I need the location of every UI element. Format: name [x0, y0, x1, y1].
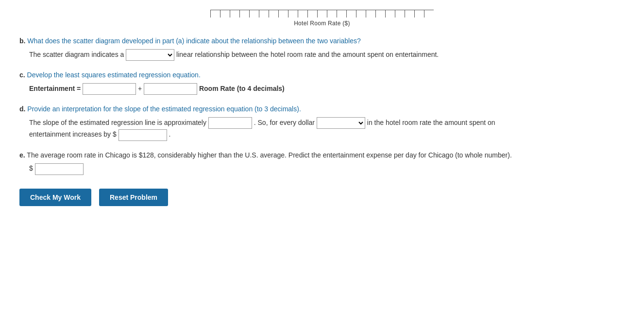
section-d-prefix: The slope of the estimated regression li…: [29, 119, 206, 126]
section-e-letter: e.: [19, 151, 25, 159]
section-d-period: .: [169, 130, 171, 138]
axis-label: Hotel Room Rate ($): [19, 20, 625, 27]
section-d-suffix: in the hotel room rate the amount spent …: [367, 119, 495, 126]
section-b-letter: b.: [19, 37, 25, 45]
section-b: b. What does the scatter diagram develop…: [19, 35, 625, 61]
section-e: e. The average room rate in Chicago is $…: [19, 150, 625, 175]
section-e-question: The average room rate in Chicago is $128…: [27, 151, 511, 159]
section-e-prediction-input[interactable]: [35, 163, 84, 175]
section-b-suffix: linear relationship between the hotel ro…: [176, 51, 439, 58]
button-row: Check My Work Reset Problem: [19, 189, 625, 206]
section-d-amount-input[interactable]: [119, 129, 167, 141]
section-b-answer: The scatter diagram indicates a positive…: [29, 49, 625, 61]
section-d-slope-value-input[interactable]: [208, 117, 252, 129]
section-e-answer: $: [29, 163, 625, 175]
section-c-label: Entertainment =: [29, 85, 81, 92]
section-e-dollar: $: [29, 164, 33, 172]
section-c-equation: Entertainment = + Room Rate (to 4 decima…: [29, 83, 625, 95]
section-c-plus: +: [138, 85, 142, 92]
check-my-work-button[interactable]: Check My Work: [19, 189, 91, 206]
section-c-question: Develop the least squares estimated regr…: [27, 71, 201, 79]
section-b-dropdown[interactable]: positive negative no: [126, 49, 174, 61]
reset-problem-button[interactable]: Reset Problem: [99, 189, 168, 206]
section-d: d. Provide an interpretation for the slo…: [19, 104, 625, 140]
section-c-intercept-input[interactable]: [83, 83, 136, 95]
section-d-letter: d.: [19, 105, 25, 113]
section-b-prefix: The scatter diagram indicates a: [29, 51, 124, 58]
section-d-mid: . So, for every dollar: [254, 119, 315, 126]
section-c: c. Develop the least squares estimated r…: [19, 70, 625, 95]
section-c-letter: c.: [19, 71, 25, 79]
chart-axis-area: Hotel Room Rate ($): [19, 10, 625, 27]
section-c-slope-input[interactable]: [144, 83, 197, 95]
section-d-end: entertainment increases by $: [29, 130, 117, 138]
section-d-direction-dropdown[interactable]: increase decrease: [317, 117, 365, 129]
axis-tick-line: [210, 10, 434, 18]
section-c-suffix: Room Rate (to 4 decimals): [199, 85, 285, 92]
section-d-answer: The slope of the estimated regression li…: [29, 117, 625, 141]
section-d-question: Provide an interpretation for the slope …: [27, 105, 301, 113]
section-b-question: What does the scatter diagram developed …: [27, 37, 360, 45]
